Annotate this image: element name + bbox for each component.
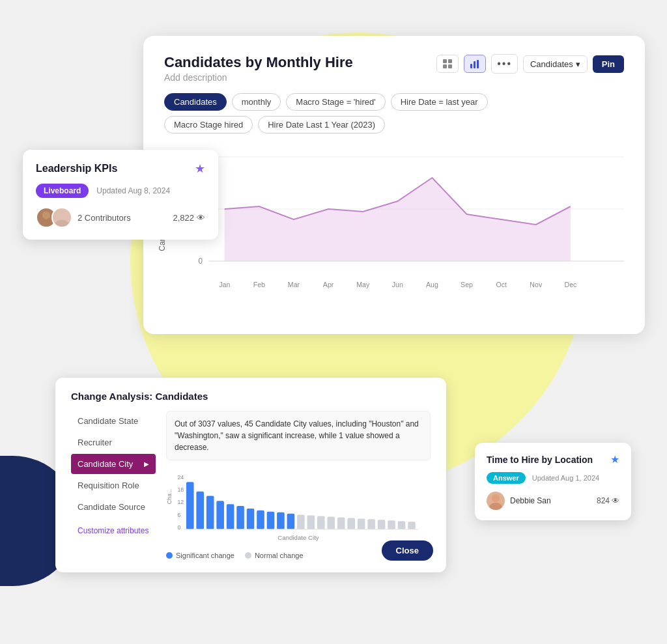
- svg-rect-4: [470, 64, 472, 68]
- liveboard-badge: Liveboard: [36, 184, 89, 198]
- sidebar-item-candidate-city[interactable]: Candidate City: [71, 454, 156, 474]
- change-card-title: Change Analysis: Candidates: [71, 391, 431, 402]
- svg-rect-42: [267, 512, 275, 529]
- close-button[interactable]: Close: [382, 540, 433, 561]
- svg-text:Sep: Sep: [461, 281, 473, 288]
- customize-attributes-link[interactable]: Customize attributes: [71, 524, 156, 538]
- sidebar-item-recruiter[interactable]: Recruiter: [71, 432, 156, 453]
- main-card-subtitle: Add description: [164, 72, 353, 83]
- kpi-card-title: Leadership KPIs: [36, 163, 117, 175]
- avatar-2: [51, 207, 72, 228]
- svg-point-26: [40, 220, 53, 229]
- filter-pill-macro-hired[interactable]: Macro Stage hired: [164, 116, 253, 133]
- sidebar-item-candidate-source[interactable]: Candidate Source: [71, 497, 156, 517]
- svg-text:Candidate City: Candidate City: [277, 534, 319, 541]
- kpi-contributors: 2 Contributors: [36, 207, 131, 228]
- normal-dot: [245, 552, 251, 559]
- svg-rect-53: [378, 520, 386, 529]
- kpi-badge-row: Liveboard Updated Aug 8, 2024: [36, 184, 205, 198]
- svg-rect-49: [337, 517, 345, 529]
- svg-point-27: [58, 211, 66, 219]
- filter-pill-hire-date-2023[interactable]: Hire Date Last 1 Year (2023): [258, 116, 385, 133]
- svg-text:Mar: Mar: [288, 281, 300, 288]
- svg-text:0: 0: [199, 257, 203, 265]
- svg-rect-41: [257, 511, 264, 529]
- svg-text:18: 18: [177, 486, 184, 493]
- kpi-card: Leadership KPIs ★ Liveboard Updated Aug …: [23, 150, 218, 240]
- pin-button[interactable]: Pin: [593, 55, 624, 73]
- svg-text:6: 6: [177, 512, 180, 518]
- sidebar-item-requisition-role[interactable]: Requisition Role: [71, 475, 156, 496]
- svg-rect-50: [347, 518, 355, 529]
- hire-eye-icon: 👁: [612, 496, 619, 505]
- svg-rect-48: [327, 517, 335, 529]
- star-icon: ★: [195, 161, 205, 176]
- svg-text:24: 24: [177, 474, 184, 481]
- svg-text:May: May: [356, 281, 370, 288]
- kpi-footer: 2 Contributors 2,822 👁: [36, 207, 205, 228]
- svg-text:Jun: Jun: [392, 281, 403, 288]
- kpi-card-header: Leadership KPIs ★: [36, 161, 205, 176]
- line-chart-svg: 20 10 0 Jan Feb Mar Apr May Jun Aug Sep …: [184, 144, 624, 300]
- change-bar-chart: 24 18 12 6 0: [166, 468, 431, 546]
- change-card-body: Candidate State Recruiter Candidate City…: [71, 411, 431, 559]
- svg-rect-40: [247, 509, 255, 529]
- main-card-title: Candidates by Monthly Hire: [164, 54, 353, 71]
- hire-card: Time to Hire by Location ★ Answer Update…: [475, 443, 631, 520]
- kpi-updated-text: Updated Aug 8, 2024: [96, 186, 170, 195]
- sidebar-item-candidate-state[interactable]: Candidate State: [71, 411, 156, 431]
- significant-dot: [166, 552, 173, 559]
- hire-updated-text: Updated Aug 1, 2024: [532, 474, 599, 482]
- svg-text:Oct: Oct: [496, 281, 507, 288]
- svg-point-60: [492, 494, 500, 502]
- hire-card-title: Time to Hire by Location: [487, 455, 593, 465]
- filter-row-2: Macro Stage hired Hire Date Last 1 Year …: [164, 116, 624, 133]
- svg-rect-38: [227, 504, 234, 529]
- hire-person-name: Debbie San: [510, 496, 551, 505]
- change-main-content: Out of 3037 values, 45 Candidate City va…: [166, 411, 431, 559]
- views-count: 2,822 👁: [173, 213, 205, 223]
- svg-rect-5: [474, 61, 475, 68]
- svg-text:Dec: Dec: [564, 281, 576, 288]
- svg-text:Apr: Apr: [323, 281, 334, 288]
- main-chart-card: Candidates by Monthly Hire Add descripti…: [143, 36, 645, 334]
- chart-area-fill: [225, 178, 571, 261]
- table-view-button[interactable]: [436, 55, 459, 73]
- legend-normal-label: Normal change: [255, 552, 304, 559]
- svg-rect-51: [358, 518, 365, 529]
- filter-pill-monthly[interactable]: monthly: [232, 93, 281, 111]
- svg-rect-37: [216, 501, 224, 529]
- svg-rect-1: [448, 59, 452, 63]
- more-options-button[interactable]: •••: [491, 54, 518, 74]
- svg-rect-44: [287, 514, 295, 529]
- filter-pill-hire-date[interactable]: Hire Date = last year: [391, 93, 488, 111]
- candidates-dropdown[interactable]: Candidates ▾: [523, 55, 588, 73]
- dropdown-arrow-icon: ▾: [576, 59, 580, 69]
- svg-text:0: 0: [177, 524, 180, 531]
- answer-badge: Answer: [487, 472, 526, 484]
- legend-significant: Significant change: [166, 552, 234, 559]
- chart-area: Candidates 20 10 0 Jan Feb Mar Apr May J…: [164, 144, 624, 313]
- contributors-text: 2 Contributors: [78, 213, 131, 223]
- svg-rect-34: [186, 482, 194, 529]
- hire-star-icon: ★: [610, 453, 619, 466]
- change-description: Out of 3037 values, 45 Candidate City va…: [166, 411, 431, 460]
- svg-text:Cha...: Cha...: [166, 489, 173, 504]
- main-card-header: Candidates by Monthly Hire Add descripti…: [164, 54, 624, 83]
- svg-rect-45: [297, 515, 305, 529]
- svg-rect-6: [477, 60, 479, 68]
- filter-row-1: Candidates monthly Macro Stage = 'hired'…: [164, 93, 624, 111]
- debbie-avatar: [487, 492, 505, 510]
- svg-rect-54: [388, 520, 395, 529]
- svg-rect-39: [236, 506, 244, 529]
- svg-text:Aug: Aug: [426, 281, 438, 288]
- header-controls: ••• Candidates ▾ Pin: [436, 54, 624, 74]
- filter-pill-macro-stage[interactable]: Macro Stage = 'hired': [286, 93, 385, 111]
- change-bar-chart-svg: 24 18 12 6 0: [166, 468, 431, 546]
- bar-chart-button[interactable]: [464, 55, 486, 73]
- chart-svg-container: 20 10 0 Jan Feb Mar Apr May Jun Aug Sep …: [184, 144, 624, 300]
- filter-pill-candidates[interactable]: Candidates: [164, 93, 227, 111]
- hire-views: 824 👁: [597, 496, 619, 505]
- svg-rect-2: [443, 64, 447, 68]
- svg-text:Nov: Nov: [530, 281, 542, 288]
